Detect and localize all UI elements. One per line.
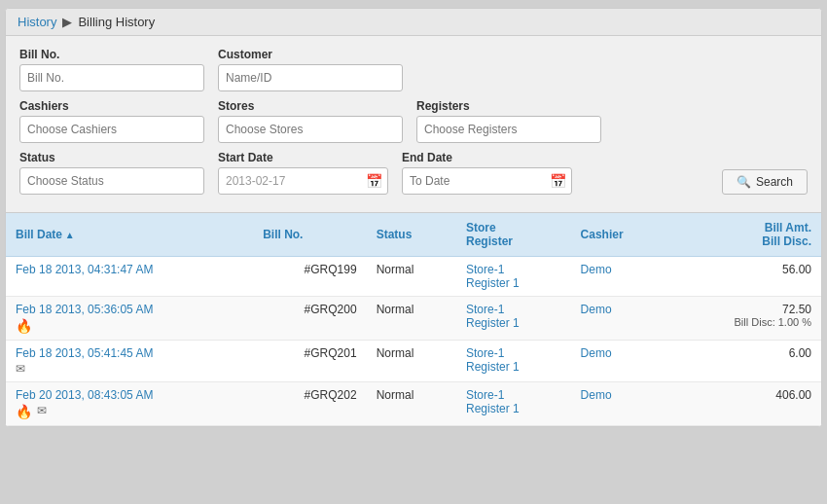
search-button[interactable]: 🔍 Search <box>722 169 808 195</box>
table-header: Bill Date Bill No. Status StoreRegister … <box>6 213 821 257</box>
bill-disc-text: Bill Disc: 1.00 % <box>678 316 811 328</box>
bill-date-link[interactable]: Feb 18 2013, 05:36:05 AM <box>16 303 153 316</box>
breadcrumb-history-link[interactable]: History <box>18 15 56 29</box>
registers-label: Registers <box>416 99 601 113</box>
col-header-bill-amt: Bill Amt.Bill Disc. <box>668 213 821 257</box>
cell-cashier: Demo <box>571 257 669 297</box>
store-link[interactable]: Store-1 <box>466 303 504 316</box>
cell-store-register: Store-1Register 1 <box>456 297 571 341</box>
cell-bill-no: #GRQ201 <box>253 341 367 382</box>
cashiers-input[interactable] <box>19 116 204 143</box>
bill-date-link[interactable]: Feb 18 2013, 04:31:47 AM <box>16 263 153 276</box>
main-container: History ▶ Billing History Bill No. Custo… <box>5 8 822 427</box>
col-header-bill-no: Bill No. <box>253 213 367 257</box>
start-date-calendar-icon[interactable]: 📅 <box>366 173 382 189</box>
table-row: Feb 20 2013, 08:43:05 AM🔥✉#GRQ202NormalS… <box>6 382 821 426</box>
filter-group-status: Status <box>19 151 204 195</box>
table-row: Feb 18 2013, 05:41:45 AM✉#GRQ201NormalSt… <box>6 341 821 382</box>
cell-cashier: Demo <box>571 297 669 341</box>
cell-bill-no: #GRQ199 <box>253 257 367 297</box>
customer-label: Customer <box>218 48 403 61</box>
bill-no-input[interactable] <box>19 64 204 91</box>
cell-bill-no: #GRQ202 <box>253 382 367 426</box>
filter-group-billno: Bill No. <box>19 48 204 91</box>
col-header-store-register: StoreRegister <box>456 213 571 257</box>
filter-group-enddate: End Date 📅 <box>402 151 572 195</box>
end-date-label: End Date <box>402 151 572 164</box>
cell-store-register: Store-1Register 1 <box>456 341 571 382</box>
stores-input[interactable] <box>218 116 403 143</box>
register-link[interactable]: Register 1 <box>466 316 520 330</box>
col-header-status: Status <box>367 213 456 257</box>
filter-group-cashiers: Cashiers <box>19 99 204 143</box>
cashier-link[interactable]: Demo <box>581 346 612 360</box>
filter-section: Bill No. Customer Cashiers Stores Regist… <box>6 36 821 213</box>
cell-bill-no: #GRQ200 <box>253 297 367 341</box>
email-icon: ✉ <box>37 404 47 419</box>
col-header-bill-date[interactable]: Bill Date <box>6 213 253 257</box>
register-link[interactable]: Register 1 <box>466 360 520 374</box>
filter-group-customer: Customer <box>218 48 403 91</box>
cell-status: Normal <box>367 382 456 426</box>
stores-label: Stores <box>218 99 403 113</box>
start-date-label: Start Date <box>218 151 388 164</box>
cashiers-label: Cashiers <box>19 99 204 113</box>
search-button-wrapper: 🔍 Search <box>722 169 808 195</box>
email-icon: ✉ <box>16 362 25 376</box>
register-link[interactable]: Register 1 <box>466 402 520 415</box>
bill-date-link[interactable]: Feb 18 2013, 05:41:45 AM <box>16 346 153 360</box>
end-date-wrapper: 📅 <box>402 167 572 195</box>
status-input[interactable] <box>19 167 204 195</box>
end-date-input[interactable] <box>402 167 572 195</box>
store-link[interactable]: Store-1 <box>466 388 504 402</box>
breadcrumb: History ▶ Billing History <box>6 9 821 36</box>
filter-group-stores: Stores <box>218 99 403 143</box>
cell-bill-date: Feb 18 2013, 05:41:45 AM✉ <box>6 341 253 382</box>
search-button-label: Search <box>756 175 793 189</box>
cell-bill-date: Feb 18 2013, 04:31:47 AM <box>6 257 253 297</box>
cashier-link[interactable]: Demo <box>581 303 612 316</box>
breadcrumb-current: Billing History <box>78 15 155 29</box>
registers-input[interactable] <box>416 116 601 143</box>
start-date-wrapper: 📅 <box>218 167 388 195</box>
breadcrumb-separator: ▶ <box>62 15 72 29</box>
cell-store-register: Store-1Register 1 <box>456 257 571 297</box>
fire-icon: 🔥 <box>16 404 32 419</box>
cell-bill-amount: 72.50Bill Disc: 1.00 % <box>668 297 821 341</box>
status-label: Status <box>19 151 204 164</box>
filter-row-3: Status Start Date 📅 End Date 📅 🔍 <box>19 151 808 195</box>
bill-no-label: Bill No. <box>19 48 204 61</box>
cell-status: Normal <box>367 297 456 341</box>
cell-status: Normal <box>367 341 456 382</box>
search-icon: 🔍 <box>737 175 751 189</box>
cell-bill-date: Feb 18 2013, 05:36:05 AM🔥 <box>6 297 253 341</box>
register-link[interactable]: Register 1 <box>466 276 520 290</box>
table-row: Feb 18 2013, 05:36:05 AM🔥#GRQ200NormalSt… <box>6 297 821 341</box>
filter-row-1: Bill No. Customer <box>19 48 808 91</box>
cell-bill-amount: 56.00 <box>668 257 821 297</box>
filter-row-2: Cashiers Stores Registers <box>19 99 808 143</box>
col-header-cashier: Cashier <box>571 213 669 257</box>
cashier-link[interactable]: Demo <box>581 263 612 276</box>
filter-group-registers: Registers <box>416 99 601 143</box>
billing-table: Bill Date Bill No. Status StoreRegister … <box>6 213 821 426</box>
cashier-link[interactable]: Demo <box>581 388 612 402</box>
store-link[interactable]: Store-1 <box>466 346 504 360</box>
cell-status: Normal <box>367 257 456 297</box>
start-date-input[interactable] <box>218 167 388 195</box>
bill-date-link[interactable]: Feb 20 2013, 08:43:05 AM <box>16 388 153 402</box>
cell-cashier: Demo <box>571 382 669 426</box>
table-body: Feb 18 2013, 04:31:47 AM#GRQ199NormalSto… <box>6 257 821 426</box>
table-row: Feb 18 2013, 04:31:47 AM#GRQ199NormalSto… <box>6 257 821 297</box>
store-link[interactable]: Store-1 <box>466 263 504 276</box>
cell-cashier: Demo <box>571 341 669 382</box>
table-section: Bill Date Bill No. Status StoreRegister … <box>6 213 821 426</box>
cell-store-register: Store-1Register 1 <box>456 382 571 426</box>
end-date-calendar-icon[interactable]: 📅 <box>550 173 566 189</box>
cell-bill-amount: 6.00 <box>668 341 821 382</box>
filter-group-startdate: Start Date 📅 <box>218 151 388 195</box>
cell-bill-amount: 406.00 <box>668 382 821 426</box>
customer-input[interactable] <box>218 64 403 91</box>
fire-icon: 🔥 <box>16 318 32 334</box>
cell-bill-date: Feb 20 2013, 08:43:05 AM🔥✉ <box>6 382 253 426</box>
